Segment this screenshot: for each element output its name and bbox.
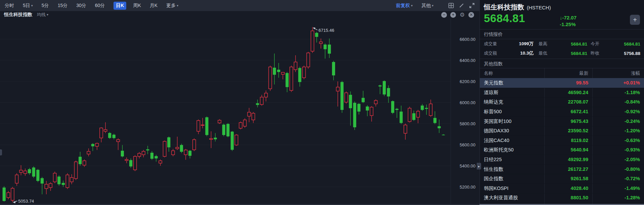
candle — [252, 113, 255, 120]
candle — [3, 188, 6, 201]
candle — [15, 175, 18, 183]
left-edge-handle[interactable] — [0, 149, 2, 155]
candle — [256, 103, 259, 105]
ma-lines-dropdown[interactable]: 均线 ▾ — [37, 12, 48, 18]
index-row-name: 美元指数 — [484, 80, 503, 86]
candle — [315, 33, 318, 37]
candle — [332, 62, 335, 75]
period-tab-5日[interactable]: 5日▾ — [23, 3, 33, 9]
quote-成交额: 成交额10.3亿 — [484, 49, 534, 58]
adjust-option-其他[interactable]: 其他▾ — [421, 3, 433, 9]
period-tab-5分[interactable]: 5分 — [42, 3, 49, 9]
index-row-英国富时100[interactable]: 英国富时1009675.43-0.24% — [480, 116, 644, 126]
candle — [425, 108, 428, 109]
settings-gear-icon[interactable]: ⚙ — [459, 12, 465, 18]
period-tab-30分[interactable]: 30分 — [76, 3, 86, 9]
index-row-韩国KOSPI[interactable]: 韩国KOSPI4028.40-1.49% — [480, 184, 644, 194]
candle — [387, 88, 390, 96]
candle — [201, 125, 204, 126]
quote-label: 今开 — [591, 41, 599, 47]
quote-value: 1099万 — [519, 41, 534, 47]
candle — [421, 106, 424, 110]
index-row-澳大利亚普通股[interactable]: 澳大利亚普通股8801.50-1.28% — [480, 193, 644, 203]
period-tab-分时[interactable]: 分时 — [5, 3, 14, 9]
candle — [307, 53, 310, 67]
index-row-道琼斯[interactable]: 道琼斯46590.24-1.18% — [480, 88, 644, 98]
index-row-欧洲斯托克50[interactable]: 欧洲斯托克505640.94-0.93% — [480, 145, 644, 155]
index-row-last: 9261.58 — [571, 176, 588, 181]
index-row-纳斯达克[interactable]: 纳斯达克22708.07-0.84% — [480, 97, 644, 107]
price-change-percent: -1.25% — [560, 21, 576, 27]
chevron-down-icon: ▾ — [432, 4, 433, 7]
price-axis-tick: 6400.00 — [460, 58, 475, 63]
chevron-down-icon: ▾ — [31, 4, 33, 7]
candle — [294, 62, 297, 70]
candle — [265, 93, 268, 97]
period-tab-15分[interactable]: 15分 — [58, 3, 68, 9]
candle — [396, 109, 399, 110]
index-row-name: 韩国KOSPI — [484, 185, 508, 191]
candle — [235, 135, 238, 145]
index-row-恒生指数[interactable]: 恒生指数26172.27-0.80% — [480, 164, 644, 174]
price-axis: 6600.006400.006200.006000.005800.005600.… — [451, 18, 480, 205]
close-chart-icon[interactable]: ✕ — [468, 12, 474, 18]
index-row-name: 道琼斯 — [484, 89, 499, 95]
candle — [281, 72, 284, 74]
candle — [100, 128, 103, 138]
draw-brush-icon[interactable] — [459, 3, 464, 8]
expand-fullscreen-icon[interactable] — [469, 3, 475, 8]
quote-panel: 恒生科技指数 (HSTECH) 5684.81 ↓-72.07 -1.25% +… — [479, 0, 644, 205]
candle — [104, 130, 107, 131]
index-row-last: 46590.24 — [568, 90, 588, 95]
panel-collapse-handle[interactable]: ▸ — [477, 163, 481, 169]
index-row-德国DAX30[interactable]: 德国DAX3023590.52-1.20% — [480, 126, 644, 136]
index-name: 恒生科技指数 — [484, 3, 524, 12]
period-tab-周K[interactable]: 周K — [133, 3, 141, 9]
candle — [277, 70, 280, 72]
index-row-美元指数[interactable]: 美元指数99.55+0.01% — [480, 78, 644, 88]
period-tab-60分[interactable]: 60分 — [95, 3, 105, 9]
period-tab-日K[interactable]: 日K — [113, 2, 126, 10]
index-row-国企指数[interactable]: 国企指数9261.58-0.72% — [480, 174, 644, 184]
candle — [319, 42, 322, 44]
price-axis-tick: 6200.00 — [460, 79, 475, 84]
candle — [45, 184, 48, 189]
index-row-法国CAC40[interactable]: 法国CAC408119.02-0.63% — [480, 136, 644, 146]
candle — [159, 161, 162, 163]
zoom-in-icon[interactable]: + — [450, 12, 456, 18]
index-row-change: -0.84% — [625, 99, 640, 105]
index-row-name: 英国富时100 — [484, 118, 511, 124]
candle — [362, 98, 365, 102]
price-axis-tick: 5600.00 — [460, 142, 475, 147]
section-title-quotes: 行情报价 — [484, 31, 503, 38]
candle — [442, 135, 445, 135]
candle — [222, 125, 225, 135]
candle — [336, 87, 339, 91]
index-row-last: 8119.02 — [571, 138, 588, 143]
index-row-last: 99.55 — [576, 80, 588, 85]
candle — [353, 103, 356, 127]
period-tab-月K[interactable]: 月K — [150, 3, 157, 9]
candle — [83, 161, 86, 165]
candle — [391, 101, 394, 113]
index-row-标普500[interactable]: 标普5006672.41-0.92% — [480, 107, 644, 117]
period-tab-更多[interactable]: 更多▾ — [166, 3, 178, 9]
candle — [146, 149, 149, 150]
zoom-out-icon[interactable]: − — [441, 12, 447, 18]
low-annotation: 5053.74 — [18, 199, 34, 204]
candle — [138, 153, 141, 156]
index-row-last: 26172.27 — [568, 166, 588, 172]
candle — [57, 177, 60, 184]
candlestick-chart-canvas[interactable]: 6715.465053.74 — [0, 18, 451, 205]
adjust-option-前复权[interactable]: 前复权▾ — [396, 3, 413, 9]
add-to-watchlist-button[interactable]: + — [630, 15, 640, 25]
candle — [129, 160, 132, 166]
candle — [408, 108, 411, 122]
quote-value: 5684.81 — [571, 42, 587, 47]
candle — [154, 156, 157, 158]
layout-grid-icon[interactable] — [448, 3, 454, 8]
candle — [412, 113, 415, 120]
tab-label: 5分 — [42, 3, 49, 9]
quote-label: 昨收 — [591, 50, 599, 56]
index-row-日经225[interactable]: 日经22549292.99-2.05% — [480, 155, 644, 165]
